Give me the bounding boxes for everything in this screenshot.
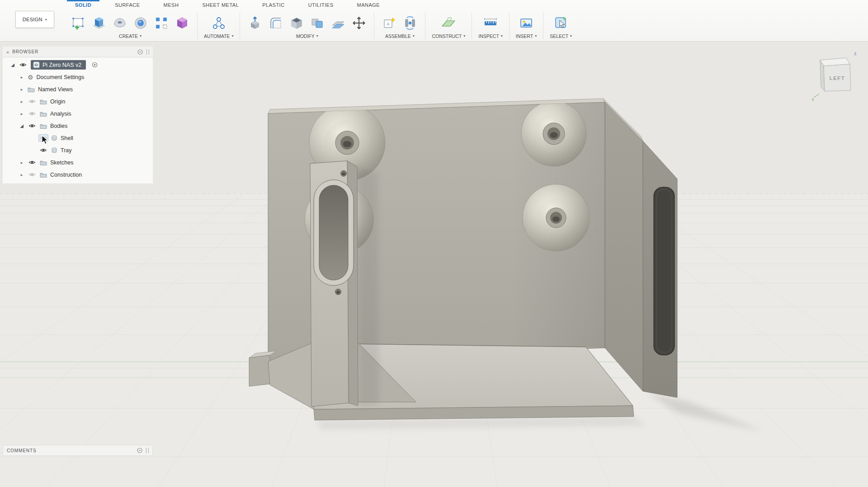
construction-plane-icon[interactable] (440, 14, 457, 32)
tab-sheet-metal[interactable]: SHEET METAL (190, 0, 250, 10)
visibility-eye-icon[interactable] (28, 122, 37, 129)
body-icon (51, 147, 57, 153)
expand-arrow-icon[interactable]: ◢ (19, 123, 24, 128)
port-slot (654, 187, 675, 355)
group-modify: MODIFY▾ (245, 13, 369, 39)
extrude-icon[interactable] (90, 14, 108, 32)
visibility-eye-icon[interactable] (19, 61, 28, 68)
expand-arrow-icon[interactable]: ▸ (19, 160, 24, 165)
revolve-icon[interactable] (111, 14, 128, 32)
modify-menu[interactable]: MODIFY▾ (296, 33, 318, 39)
comments-panel[interactable]: COMMENTS (3, 445, 153, 456)
tab-strip: SOLID SURFACE MESH SHEET METAL PLASTIC U… (0, 0, 868, 10)
select-menu[interactable]: SELECT▾ (550, 33, 572, 39)
tree-item-origin[interactable]: ▸ Origin (3, 95, 153, 108)
tree-item-tray[interactable]: Tray (3, 144, 153, 156)
tab-utilities[interactable]: UTILITIES (297, 0, 345, 10)
tree-item-document-settings[interactable]: ▸ ⚙ Document Settings (3, 71, 153, 83)
create-form-icon[interactable] (174, 14, 191, 32)
move-copy-icon[interactable] (350, 14, 368, 32)
browser-panel: « BROWSER ◢ Pi Zero NAS v2 (3, 47, 153, 183)
chevron-down-icon: ▾ (501, 34, 503, 38)
folder-icon (40, 99, 47, 104)
group-inspect: INSPECT▾ (476, 13, 505, 39)
expand-arrow-icon[interactable]: ▸ (19, 75, 24, 80)
joint-icon[interactable] (401, 14, 419, 32)
visibility-eye-icon[interactable] (28, 98, 37, 105)
gear-icon: ⚙ (28, 74, 33, 80)
tree-item-named-views[interactable]: ▸ Named Views (3, 83, 153, 95)
browser-panel-header[interactable]: « BROWSER (3, 47, 153, 57)
group-create: CREATE▾ (68, 13, 193, 39)
select-icon[interactable] (552, 14, 570, 32)
automate-menu[interactable]: AUTOMATE▾ (204, 33, 233, 39)
axis-z-label: Z (854, 52, 857, 56)
measure-icon[interactable] (482, 14, 499, 32)
group-assemble: ASSEMBLE▾ (379, 13, 420, 39)
tab-plastic[interactable]: PLASTIC (250, 0, 296, 10)
tree-item-sketches[interactable]: ▸ Sketches (3, 156, 153, 169)
tree-item-analysis[interactable]: ▸ Analysis (3, 108, 153, 120)
combine-icon[interactable] (309, 14, 326, 32)
create-menu[interactable]: CREATE▾ (119, 33, 142, 39)
chevron-down-icon: ▾ (45, 18, 47, 22)
minimize-circle-icon[interactable] (137, 49, 143, 55)
panel-resize-grip[interactable] (146, 448, 149, 453)
component-icon (33, 61, 40, 68)
press-pull-icon[interactable] (246, 14, 264, 32)
construct-menu[interactable]: CONSTRUCT▾ (432, 33, 465, 39)
automate-icon[interactable] (210, 14, 227, 32)
activate-component-radio-icon[interactable] (92, 62, 98, 68)
tree-item-bodies[interactable]: ◢ Bodies (3, 120, 153, 132)
tab-surface[interactable]: SURFACE (103, 0, 151, 10)
tab-mesh[interactable]: MESH (152, 0, 191, 10)
body-icon (51, 135, 57, 141)
insert-menu[interactable]: INSERT▾ (516, 33, 537, 39)
rectangular-pattern-icon[interactable] (153, 14, 170, 32)
chevron-down-icon: ▾ (570, 34, 572, 38)
design-menu-button[interactable]: DESIGN ▾ (15, 11, 54, 28)
view-cube[interactable]: Z Y LEFT (810, 49, 860, 104)
visibility-eye-icon[interactable] (28, 159, 37, 166)
folder-icon (40, 172, 47, 178)
chevron-down-icon: ▾ (463, 34, 465, 38)
expand-arrow-icon[interactable]: ▸ (19, 99, 24, 104)
inspect-menu[interactable]: INSPECT▾ (478, 33, 503, 39)
visibility-eye-icon[interactable] (39, 135, 48, 141)
tab-manage[interactable]: MANAGE (345, 0, 392, 10)
tab-solid[interactable]: SOLID (63, 0, 103, 10)
expand-arrow-icon[interactable]: ▸ (19, 112, 24, 116)
expand-arrow-icon[interactable]: ◢ (10, 62, 15, 67)
tree-item-construction[interactable]: ▸ Construction (3, 169, 153, 181)
visibility-eye-icon[interactable] (28, 171, 37, 178)
visibility-eye-icon[interactable] (39, 147, 48, 154)
pillar-opening (319, 185, 348, 280)
foot-block (249, 355, 270, 386)
offset-face-icon[interactable] (330, 14, 347, 32)
selected-component-highlight[interactable]: Pi Zero NAS v2 (31, 60, 86, 70)
group-automate: AUTOMATE▾ (202, 13, 235, 39)
expand-arrow-icon[interactable]: ▸ (19, 87, 24, 92)
new-component-icon[interactable] (381, 14, 398, 32)
assemble-menu[interactable]: ASSEMBLE▾ (385, 33, 415, 39)
hole-icon[interactable] (132, 14, 149, 32)
folder-icon (40, 123, 47, 129)
tree-item-shell[interactable]: Shell (3, 132, 153, 144)
boss-top-right (521, 101, 586, 166)
fillet-icon[interactable] (267, 14, 284, 32)
tree-item-pi-zero-nas-v2[interactable]: ◢ Pi Zero NAS v2 (3, 59, 153, 71)
insert-image-icon[interactable] (518, 14, 535, 32)
chevron-down-icon: ▾ (413, 34, 415, 38)
panel-resize-grip[interactable] (146, 49, 149, 55)
create-sketch-icon[interactable] (70, 14, 87, 32)
minimize-circle-icon[interactable] (137, 448, 142, 453)
expand-arrow-icon[interactable]: ▸ (19, 173, 24, 177)
chevron-down-icon: ▾ (535, 34, 537, 38)
boss-mid-right (523, 184, 590, 251)
component-name: Pi Zero NAS v2 (42, 62, 81, 68)
visibility-eye-icon[interactable] (28, 110, 37, 117)
group-select: SELECT▾ (548, 13, 574, 39)
collapse-panel-icon[interactable]: « (6, 49, 9, 55)
right-wall (605, 102, 643, 391)
shell-icon[interactable] (288, 14, 305, 32)
